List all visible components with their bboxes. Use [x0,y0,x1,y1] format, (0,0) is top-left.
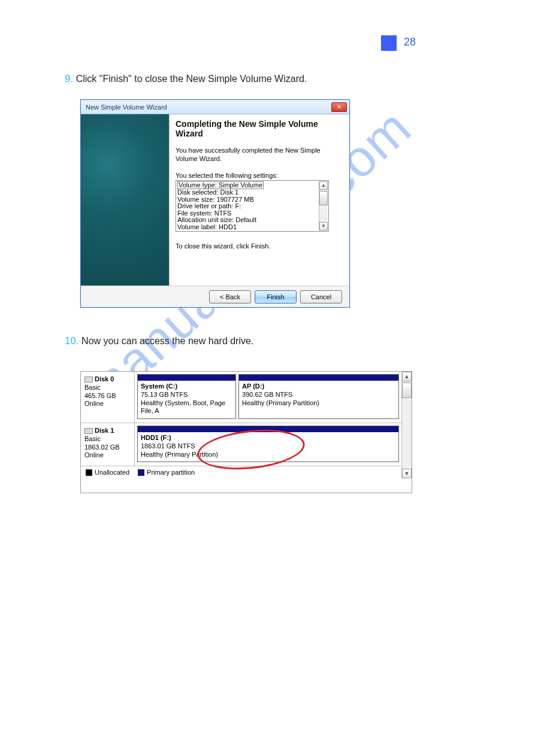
scroll-down-icon[interactable]: ▼ [319,222,328,230]
disk-1-status: Online [84,451,104,459]
scroll-thumb[interactable] [402,382,412,398]
scroll-up-icon[interactable]: ▲ [319,181,328,190]
new-simple-volume-wizard: New Simple Volume Wizard ✕ Completing th… [80,99,350,308]
disk-0-row[interactable]: Disk 0 Basic 465.76 GB Online System (C:… [81,372,401,423]
page-number-box [381,35,397,51]
disk-icon [84,428,93,434]
volume-f-name: HDD1 (F:) [141,434,171,441]
disk-0-type: Basic [84,384,101,391]
setting-allocation-unit: Allocation unit size: Default [177,216,256,223]
disk-1-type: Basic [84,435,101,442]
volume-f-health: Healthy (Primary Partition) [141,451,218,458]
close-button[interactable]: ✕ [331,102,347,112]
disk-legend: Unallocated Primary partition [81,466,401,478]
disk-1-row[interactable]: Disk 1 Basic 1863.02 GB Online HDD1 (F:)… [81,423,401,466]
wizard-sidebar-image [81,114,170,286]
setting-volume-size: Volume size: 1907727 MB [177,196,254,203]
wizard-content: Completing the New Simple Volume Wizard … [81,114,349,286]
volume-d-size: 390.62 GB NTFS [242,391,292,398]
setting-disk-selected: Disk selected: Disk 1 [177,189,238,196]
disk-icon [84,377,93,382]
cancel-button[interactable]: Cancel [300,290,342,303]
disk-1-size: 1863.02 GB [84,444,120,451]
legend-swatch-primary [138,469,144,476]
wizard-message-success: You have successfully completed the New … [176,147,342,163]
scroll-thumb[interactable] [319,191,328,205]
setting-file-system: File system: NTFS [177,210,231,217]
page-number: 28 [404,36,416,48]
scroll-down-icon[interactable]: ▼ [402,469,412,478]
wizard-settings-listbox[interactable]: Volume type: Simple Volume Disk selected… [176,180,329,232]
step-10-number: 10. [65,335,79,347]
disk-0-name: Disk 0 [95,375,114,382]
volume-hdd1-f[interactable]: HDD1 (F:) 1863.01 GB NTFS Healthy (Prima… [137,426,399,462]
wizard-footer: < Back Finish Cancel [81,286,349,307]
disk-0-size: 465.76 GB [84,392,116,399]
setting-quick-format: Quick format: No [177,230,227,231]
volume-c-name: System (C:) [141,382,177,390]
legend-primary: Primary partition [147,469,195,476]
disk-0-label: Disk 0 Basic 465.76 GB Online [81,372,135,423]
volume-header-bar [138,375,235,381]
volume-header-bar [239,375,398,381]
back-button[interactable]: < Back [209,290,251,303]
step-9-text: Click "Finish" to close the New Simple V… [73,74,307,84]
disk-1-volumes: HDD1 (F:) 1863.01 GB NTFS Healthy (Prima… [135,423,401,466]
wizard-settings-lines: Volume type: Simple Volume Disk selected… [176,181,328,232]
diskmgmt-scrollbar[interactable]: ▲ ▼ [401,372,412,478]
setting-volume-label: Volume label: HDD1 [177,223,237,230]
volume-header-bar [138,426,398,432]
finish-button[interactable]: Finish [255,290,297,303]
wizard-main: Completing the New Simple Volume Wizard … [170,114,349,286]
wizard-message-settings-intro: You selected the following settings: [176,172,342,179]
legend-unallocated: Unallocated [95,469,129,476]
volume-system-c[interactable]: System (C:) 75.13 GB NTFS Healthy (Syste… [137,374,236,419]
step-9: 9. Click "Finish" to close the New Simpl… [65,73,307,85]
wizard-title: New Simple Volume Wizard [86,104,331,111]
volume-ap-d[interactable]: AP (D:) 390.62 GB NTFS Healthy (Primary … [238,374,399,419]
volume-d-name: AP (D:) [242,382,264,390]
volume-f-size: 1863.01 GB NTFS [141,442,195,450]
disk-0-volumes: System (C:) 75.13 GB NTFS Healthy (Syste… [135,372,401,423]
legend-swatch-unallocated [86,469,92,476]
settings-scrollbar[interactable]: ▲ ▼ [319,181,328,230]
step-9-number: 9. [65,73,73,84]
step-10-text: Now you can access the new hard drive. [79,336,254,346]
volume-c-health: Healthy (System, Boot, Page File, A [141,399,225,415]
wizard-message-close: To close this wizard, click Finish. [176,242,342,250]
disk-0-status: Online [84,400,104,407]
scroll-up-icon[interactable]: ▲ [402,372,412,381]
setting-volume-type: Volume type: Simple Volume [177,181,264,190]
wizard-heading: Completing the New Simple Volume Wizard [176,119,342,138]
step-10: 10. Now you can access the new hard driv… [65,335,253,347]
disk-management-panel: Disk 0 Basic 465.76 GB Online System (C:… [80,371,412,493]
volume-c-size: 75.13 GB NTFS [141,391,188,398]
wizard-titlebar[interactable]: New Simple Volume Wizard ✕ [81,100,349,114]
setting-drive-letter: Drive letter or path: F: [177,202,241,210]
volume-d-health: Healthy (Primary Partition) [242,399,319,406]
disk-1-label: Disk 1 Basic 1863.02 GB Online [81,423,135,466]
disk-1-name: Disk 1 [95,427,114,434]
